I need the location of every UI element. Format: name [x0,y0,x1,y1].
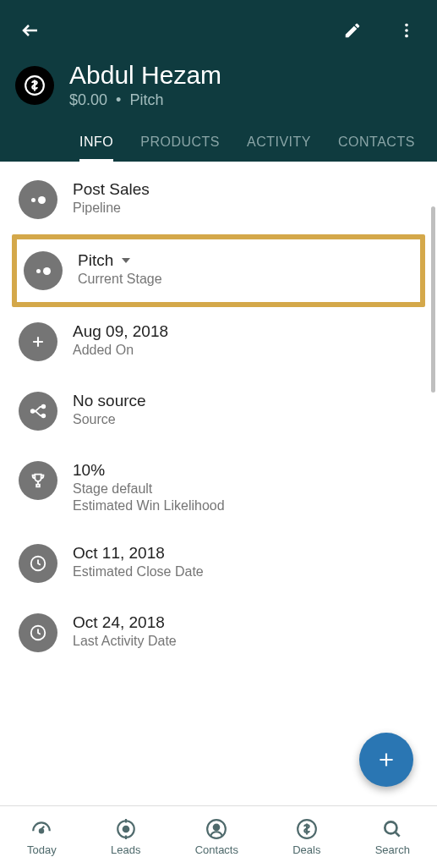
clock-icon [29,624,47,642]
close-value: Oct 11, 2018 [73,544,204,563]
back-button[interactable] [15,15,46,46]
plus-icon [375,749,397,771]
more-vert-icon [397,21,416,40]
dollar-circle-icon [296,818,318,840]
nav-label: Today [27,843,57,856]
svg-point-5 [42,405,46,409]
nav-contacts[interactable]: Contacts [195,818,238,856]
svg-point-13 [214,825,220,831]
trophy-icon [29,471,47,490]
row-body: 10% Stage default Estimated Win Likeliho… [73,461,225,514]
tab-activity[interactable]: ACTIVITY [233,124,325,162]
tab-info[interactable]: INFO [66,124,127,162]
deal-subtitle: $0.00 • Pitch [69,91,221,109]
svg-point-2 [405,35,408,38]
nav-label: Leads [111,843,140,856]
separator: • [116,91,121,108]
svg-point-6 [42,415,46,418]
tabs: INFO PRODUCTS ACTIVITY CONTACTS [66,124,437,162]
stage-value: Pitch [78,251,162,270]
nav-label: Deals [292,843,320,856]
search-icon [381,818,403,840]
nav-leads[interactable]: Leads [111,818,140,856]
tab-products[interactable]: PRODUCTS [127,124,233,162]
dots-icon [36,267,51,275]
nav-label: Contacts [195,843,238,856]
fab-add-button[interactable] [359,733,413,787]
row-body: Aug 09, 2018 Added On [73,322,168,358]
deal-title: Abdul Hezam [69,61,221,90]
plus-icon [30,333,46,350]
pipeline-value: Post Sales [73,180,150,199]
close-date-icon [19,544,57,583]
close-label: Estimated Close Date [73,564,204,580]
activity-value: Oct 24, 2018 [73,613,177,632]
row-added-on[interactable]: Aug 09, 2018 Added On [0,307,437,376]
pencil-icon [343,21,362,40]
deal-amount: $0.00 [69,91,107,108]
edit-button[interactable] [337,15,368,46]
dots-icon [31,196,46,204]
last-activity-icon [19,613,57,652]
nav-search[interactable]: Search [375,818,410,856]
chevron-down-icon [122,258,130,263]
stage-label: Current Stage [78,272,162,287]
topbar-actions [337,15,422,46]
activity-label: Last Activity Date [73,634,177,649]
row-source[interactable]: No source Source [0,376,437,446]
pipeline-label: Pipeline [73,201,150,216]
source-icon [19,392,57,431]
stage-value-text: Pitch [78,251,113,270]
pipeline-icon [19,180,57,219]
title-block: Abdul Hezam $0.00 • Pitch [0,52,437,124]
tabs-container: INFO PRODUCTS ACTIVITY CONTACTS [0,124,437,162]
win-icon [19,461,57,500]
gauge-icon [30,818,52,840]
person-circle-icon [205,818,227,840]
svg-point-9 [40,829,43,832]
header: Abdul Hezam $0.00 • Pitch INFO PRODUCTS … [0,0,437,162]
added-label: Added On [73,343,168,358]
branch-icon [29,402,47,420]
row-win-likelihood[interactable]: 10% Stage default Estimated Win Likeliho… [0,446,437,529]
dollar-circle-icon [24,74,46,96]
row-body: Oct 24, 2018 Last Activity Date [73,613,177,649]
row-estimated-close[interactable]: Oct 11, 2018 Estimated Close Date [0,529,437,598]
svg-point-15 [385,821,397,833]
svg-point-0 [405,24,408,27]
source-value: No source [73,392,146,410]
row-current-stage[interactable]: Pitch Current Stage [17,239,420,302]
bottom-nav: Today Leads Contacts Deals Search [0,805,437,868]
info-content: Post Sales Pipeline Pitch Current Stage … [0,162,437,766]
row-last-activity[interactable]: Oct 24, 2018 Last Activity Date [0,598,437,667]
clock-icon [29,554,47,573]
svg-point-1 [405,29,408,32]
row-body: Post Sales Pipeline [73,180,150,216]
added-icon [19,322,57,361]
row-body: Oct 11, 2018 Estimated Close Date [73,544,204,580]
row-body: Pitch Current Stage [78,251,162,287]
nav-label: Search [375,843,410,856]
win-value: 10% [73,461,225,480]
source-label: Source [73,412,146,427]
more-button[interactable] [391,15,422,46]
win-extra: Estimated Win Likelihood [73,498,225,514]
nav-today[interactable]: Today [27,818,57,856]
target-icon [115,818,137,840]
back-arrow-icon [20,20,41,41]
added-value: Aug 09, 2018 [73,322,168,341]
row-body: No source Source [73,392,146,427]
deal-stage: Pitch [129,91,163,108]
current-stage-highlight: Pitch Current Stage [12,234,425,307]
scrollbar-thumb[interactable] [431,206,435,393]
win-label: Stage default [73,481,225,497]
topbar [0,0,437,52]
svg-point-11 [123,827,128,832]
tab-contacts[interactable]: CONTACTS [325,124,429,162]
svg-point-4 [31,409,35,413]
title-text: Abdul Hezam $0.00 • Pitch [69,61,221,109]
row-pipeline[interactable]: Post Sales Pipeline [0,165,437,234]
deal-avatar [15,66,54,105]
nav-deals[interactable]: Deals [292,818,320,856]
stage-icon [24,251,63,290]
